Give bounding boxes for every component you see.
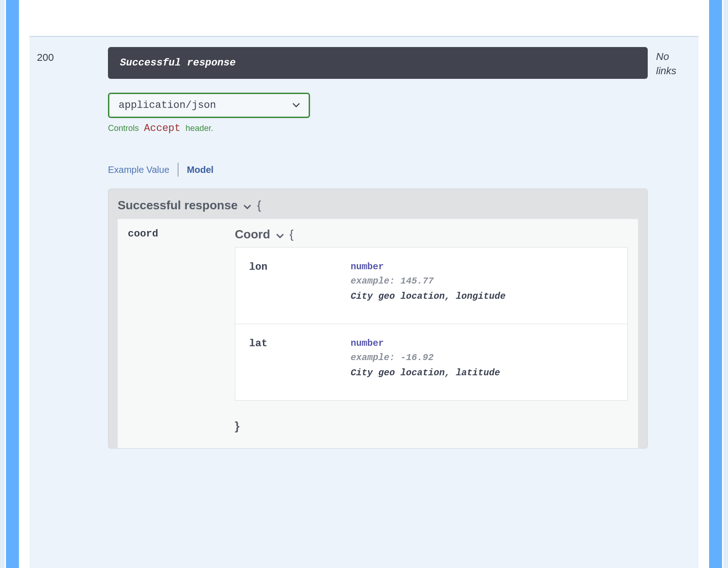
hint-header: header. [185, 124, 213, 133]
field-type: number [351, 338, 614, 349]
model-property-row: coord Coord { [118, 227, 638, 442]
model-inner: coord Coord { [118, 219, 638, 448]
tab-example-value[interactable]: Example Value [108, 165, 169, 175]
field-example: example: -16.92 [351, 352, 614, 363]
model-tabs: Example Value Model [108, 163, 648, 177]
response-code: 200 [37, 47, 100, 64]
response-description-bar: Successful response [108, 47, 648, 79]
response-row: 200 Successful response application/json… [37, 47, 691, 449]
media-type-selected: application/json [119, 100, 216, 111]
field-details: number example: -16.92 City geo location… [351, 338, 614, 378]
chevron-down-icon [243, 204, 251, 209]
field-description: City geo location, latitude [351, 367, 614, 378]
response-links: No links [656, 47, 691, 78]
media-type-select[interactable]: application/json [108, 93, 310, 118]
field-details: number example: 145.77 City geo location… [351, 261, 614, 302]
field-type: number [351, 261, 614, 272]
model-title: Successful response [118, 198, 238, 213]
accept-header-hint: Controls Accept header. [108, 123, 648, 134]
nested-schema-title: Coord [235, 227, 270, 242]
inner-right-stripe [709, 0, 722, 568]
field-example: example: 145.77 [351, 276, 614, 286]
property-name-coord: coord [128, 227, 235, 240]
field-name-lon: lon [249, 261, 351, 302]
top-spacer [30, 3, 698, 36]
nested-schema-title-row[interactable]: Coord { [235, 227, 628, 242]
responses-panel: 200 Successful response application/json… [30, 36, 698, 568]
nested-field-row: lat number example: -16.92 City geo loca… [235, 324, 627, 400]
outer-left-stripe [0, 0, 5, 568]
field-description: City geo location, longitude [351, 291, 614, 302]
nested-field-row: lon number example: 145.77 City geo loca… [235, 248, 627, 324]
chevron-down-icon [276, 233, 284, 238]
content-area: 200 Successful response application/json… [20, 0, 708, 568]
property-body: Coord { lon [235, 227, 628, 442]
field-name-lat: lat [249, 338, 351, 378]
tab-divider [178, 163, 179, 177]
nested-schema-box: lon number example: 145.77 City geo loca… [235, 247, 628, 401]
tab-model[interactable]: Model [187, 165, 214, 175]
inner-left-stripe [6, 0, 19, 568]
hint-controls: Controls [108, 124, 139, 133]
open-brace: { [290, 227, 294, 242]
hint-accept: Accept [144, 123, 180, 134]
open-brace: { [257, 198, 261, 213]
model-title-row[interactable]: Successful response { [118, 198, 638, 213]
chevron-down-icon [292, 99, 300, 111]
outer-right-stripe [723, 0, 728, 568]
response-description-column: Successful response application/json Con… [108, 47, 648, 449]
close-brace: } [235, 401, 628, 442]
model-box: Successful response { coord [108, 189, 648, 449]
